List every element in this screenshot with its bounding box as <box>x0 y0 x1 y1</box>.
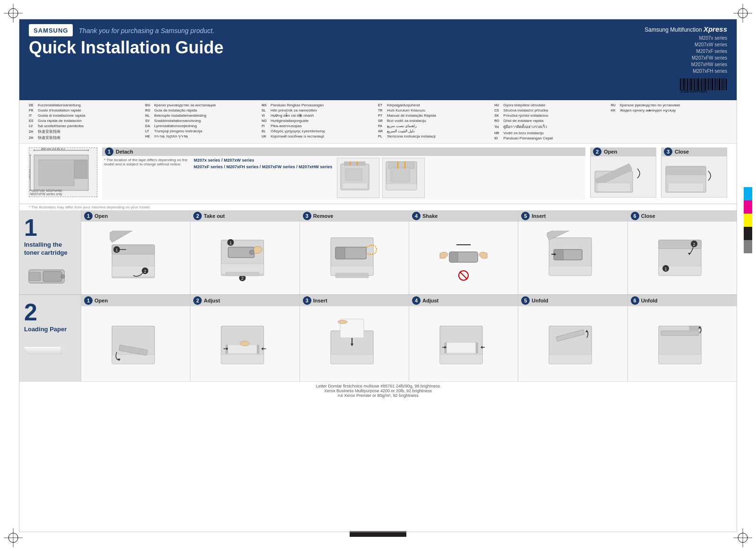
svg-rect-118 <box>24 347 61 348</box>
toner-step6-header: 6 Close <box>628 210 737 222</box>
toner-step5-num: 5 <box>521 212 530 220</box>
svg-rect-89 <box>226 272 259 276</box>
svg-rect-32 <box>715 78 716 90</box>
svg-rect-142 <box>549 354 592 364</box>
header: SAMSUNG Thank you for purchasing a Samsu… <box>19 19 737 100</box>
lang-sk: SKPríručka rýchloi inštaláciou <box>494 113 610 118</box>
section2-steps: 1 Open 2 <box>81 295 737 381</box>
svg-rect-26 <box>704 78 706 90</box>
toner-step6-title: Close <box>641 213 655 219</box>
paper-step5-body <box>518 306 627 381</box>
svg-rect-41 <box>39 160 74 186</box>
paper-step2: 2 Adjust <box>190 295 299 381</box>
svg-rect-117 <box>25 348 61 350</box>
svg-text:1: 1 <box>664 267 667 271</box>
svg-rect-146 <box>659 354 701 364</box>
toner-step4-num: 4 <box>412 212 421 220</box>
footer-note2: Xerox Business Multipurpose 4200 or 20lb… <box>29 388 727 393</box>
toner-step2-body: 1 2 <box>190 222 299 294</box>
paper-step1-header: 1 Open <box>81 295 190 306</box>
svg-rect-136 <box>445 343 478 353</box>
paper-step3-title: Insert <box>313 298 327 303</box>
strip-gray <box>744 240 752 253</box>
lang-tr: TRHızlı Kurulum Kılavuzu <box>378 108 494 112</box>
paper-step6: 6 Unfold <box>627 295 737 381</box>
toner-remove-svg <box>328 231 380 285</box>
close-printer-svg <box>663 157 725 197</box>
footer-note1: Letter Domtar firstchoice multiuse #8576… <box>29 384 727 388</box>
illus-m207xf <box>382 158 425 198</box>
toner-insert-svg <box>547 231 599 285</box>
section1-steps: 1 Open 1 2 <box>81 210 737 294</box>
svg-rect-18 <box>690 78 692 90</box>
svg-rect-22 <box>697 78 699 90</box>
paper-insert-svg <box>328 317 380 371</box>
paper-step5-num: 5 <box>521 296 530 305</box>
paper-step2-body <box>190 306 299 381</box>
lang-it: ITGuida di installazione rapida <box>29 113 145 118</box>
series-5: M207xHW series <box>644 61 727 68</box>
paper-adjust-svg <box>219 317 271 371</box>
section1-row: 1 Installing the toner cartridge 1 Open <box>19 210 737 295</box>
lang-bg: BGКратко ръководство за инсталация <box>145 103 261 107</box>
step1-label: Detach <box>116 149 133 155</box>
svg-rect-33 <box>717 78 718 90</box>
paper-open-svg <box>110 317 162 371</box>
svg-rect-67 <box>666 166 706 175</box>
paper-step4-num: 4 <box>412 296 421 305</box>
step-open: 2 Open <box>590 147 656 198</box>
lang-vi: VIHướng dẫn cài đặt nhanh <box>262 113 378 118</box>
svg-rect-97 <box>449 252 458 262</box>
lang-fa: FAراهنمای نصب سریع <box>378 124 494 128</box>
toner-step2-num: 2 <box>193 212 202 220</box>
lang-hu: HUGyors telepítési útmutató <box>494 103 610 107</box>
svg-rect-14 <box>683 78 685 90</box>
barcode-svg: JC68-03457A01 <box>680 78 727 93</box>
svg-rect-42 <box>74 160 87 179</box>
toner-step5-header: 5 Insert <box>518 210 627 222</box>
series-list: M207x series M207xW series M207xF series… <box>644 35 727 75</box>
toner-step3-header: 3 Remove <box>300 210 409 222</box>
svg-rect-65 <box>597 183 630 191</box>
step-detach: 1 Detach * The location of the tape diff… <box>102 147 585 200</box>
section2-title: Loading Paper <box>24 326 67 334</box>
svg-text:2: 2 <box>693 242 695 247</box>
toner-step3: 3 Remove <box>300 210 409 294</box>
svg-rect-13 <box>682 78 682 90</box>
toner-step5: 5 Insert <box>518 210 627 294</box>
dimension-box: 300 mm (11.81 in.) 100 mm *M207xW, M207x… <box>29 147 97 197</box>
product-name-text: Samsung Multifunction <box>644 26 702 33</box>
lang-ar: ARدليل التثبيت السريع <box>378 129 494 133</box>
lang-nl: NLBeknopte installatiehandleiding <box>145 113 261 118</box>
svg-rect-135 <box>440 354 482 364</box>
illus-note: * The illustration may differ from your … <box>19 204 737 210</box>
lang-th: THคู่มือการติดตั้งอย่างรวดเร็ว <box>494 124 610 130</box>
paper-step4-body <box>409 306 518 381</box>
svg-rect-16 <box>687 78 688 90</box>
lang-col-4: ETKiirpaigaldusjuhend TRHızlı Kurulum Kı… <box>378 103 494 140</box>
language-section: DEKurzinstallationsanleitung FRGuide d'i… <box>19 100 737 144</box>
paper-step1: 1 Open <box>81 295 190 381</box>
lang-id: IDPanduan Pemasangan Cepat <box>494 136 610 140</box>
section1-number: 1 <box>24 216 37 240</box>
toner-step3-body <box>300 222 409 294</box>
paper-step4-title: Adjust <box>422 298 438 303</box>
svg-rect-15 <box>686 78 686 90</box>
toner-step1-title: Open <box>94 213 108 219</box>
svg-rect-52 <box>344 162 365 165</box>
toner-takeout-svg: 1 2 <box>219 231 271 285</box>
paper-step2-title: Adjust <box>204 298 220 303</box>
svg-rect-115 <box>27 351 61 353</box>
samsung-logo: SAMSUNG <box>29 24 73 36</box>
footer-notes: Letter Domtar firstchoice multiuse #8576… <box>19 381 737 400</box>
paper-step3: 3 Insert <box>300 295 409 381</box>
toner-open-svg: 1 2 <box>110 231 162 285</box>
series-2: M207xW series <box>644 42 727 48</box>
svg-rect-23 <box>700 78 700 90</box>
paper-step4: 4 Adjust <box>409 295 518 381</box>
svg-line-99 <box>460 272 467 279</box>
svg-point-84 <box>249 250 254 255</box>
product-xpress: Xpress <box>704 25 727 33</box>
illus-m207x <box>337 158 379 198</box>
lang-hr: HRVodič za brzu instalaciju <box>494 131 610 135</box>
